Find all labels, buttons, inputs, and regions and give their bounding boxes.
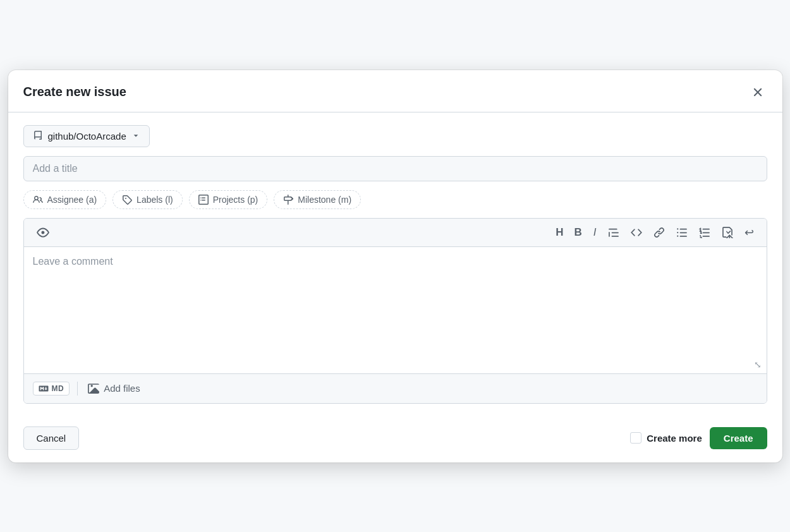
undo-button[interactable]: ↩ bbox=[741, 224, 758, 241]
ordered-list-icon bbox=[699, 227, 710, 238]
meta-buttons: Assignee (a) Labels (l) Projects (p) bbox=[23, 190, 767, 209]
quote-icon bbox=[608, 227, 619, 238]
link-icon bbox=[653, 227, 665, 238]
repo-icon bbox=[33, 131, 43, 141]
milestone-button[interactable]: Milestone (m) bbox=[274, 190, 361, 209]
markdown-label: MD bbox=[52, 384, 64, 393]
heading-icon: H bbox=[556, 227, 562, 238]
editor-footer: MD Add files bbox=[24, 373, 767, 403]
footer-divider bbox=[77, 382, 78, 396]
task-list-icon bbox=[722, 227, 733, 238]
dialog-title: Create new issue bbox=[23, 85, 126, 99]
projects-icon bbox=[198, 195, 209, 205]
code-button[interactable] bbox=[627, 224, 646, 241]
labels-label: Labels (l) bbox=[137, 195, 173, 205]
eye-icon bbox=[37, 226, 49, 239]
chevron-down-icon bbox=[131, 131, 140, 142]
unordered-list-icon bbox=[676, 227, 688, 238]
preview-button[interactable] bbox=[33, 224, 53, 241]
close-icon bbox=[751, 85, 765, 99]
add-files-button[interactable]: Add files bbox=[85, 380, 143, 397]
dialog-header: Create new issue bbox=[8, 70, 782, 112]
quote-button[interactable] bbox=[604, 224, 623, 241]
undo-icon: ↩ bbox=[744, 227, 754, 238]
italic-icon: I bbox=[593, 227, 597, 238]
heading-button[interactable]: H bbox=[552, 224, 566, 240]
create-more-checkbox[interactable] bbox=[630, 432, 641, 444]
milestone-label: Milestone (m) bbox=[298, 195, 351, 205]
add-files-label: Add files bbox=[104, 383, 140, 394]
milestone-icon bbox=[283, 195, 293, 205]
editor-content[interactable]: Leave a comment ⤡ bbox=[24, 247, 767, 373]
close-button[interactable] bbox=[748, 83, 767, 102]
assignee-icon bbox=[33, 195, 43, 205]
title-input[interactable] bbox=[23, 156, 767, 181]
toolbar-right: H B I bbox=[552, 224, 757, 241]
dialog-body: github/OctoArcade Assignee (a) bbox=[8, 112, 782, 416]
create-more-text: Create more bbox=[647, 433, 702, 444]
create-more-label[interactable]: Create more bbox=[630, 432, 702, 444]
create-button[interactable]: Create bbox=[710, 427, 767, 449]
assignee-button[interactable]: Assignee (a) bbox=[23, 190, 107, 209]
code-icon bbox=[631, 227, 642, 238]
projects-label: Projects (p) bbox=[213, 195, 258, 205]
label-icon bbox=[122, 195, 132, 205]
ordered-list-button[interactable] bbox=[695, 224, 714, 241]
resize-handle[interactable]: ⤡ bbox=[754, 360, 762, 370]
markdown-icon bbox=[39, 385, 49, 392]
repo-label: github/OctoArcade bbox=[48, 131, 126, 142]
bold-icon: B bbox=[574, 227, 581, 238]
unordered-list-button[interactable] bbox=[672, 224, 691, 241]
assignee-label: Assignee (a) bbox=[47, 195, 97, 205]
editor-area: H B I bbox=[23, 218, 767, 404]
dialog-footer: Cancel Create more Create bbox=[8, 416, 782, 462]
bold-button[interactable]: B bbox=[570, 224, 585, 240]
editor-toolbar: H B I bbox=[24, 219, 767, 247]
footer-right: Create more Create bbox=[630, 427, 767, 449]
repo-selector-row: github/OctoArcade bbox=[23, 125, 767, 147]
italic-button[interactable]: I bbox=[590, 224, 600, 240]
markdown-badge: MD bbox=[33, 382, 70, 396]
create-issue-dialog: Create new issue github/OctoArcade bbox=[8, 70, 782, 462]
repo-selector-button[interactable]: github/OctoArcade bbox=[23, 125, 150, 147]
labels-button[interactable]: Labels (l) bbox=[112, 190, 183, 209]
image-icon bbox=[88, 383, 99, 394]
projects-button[interactable]: Projects (p) bbox=[189, 190, 268, 209]
toolbar-left bbox=[33, 224, 53, 241]
task-list-button[interactable] bbox=[718, 224, 737, 241]
cancel-button[interactable]: Cancel bbox=[23, 426, 80, 450]
editor-placeholder: Leave a comment bbox=[33, 256, 758, 267]
link-button[interactable] bbox=[650, 224, 669, 241]
